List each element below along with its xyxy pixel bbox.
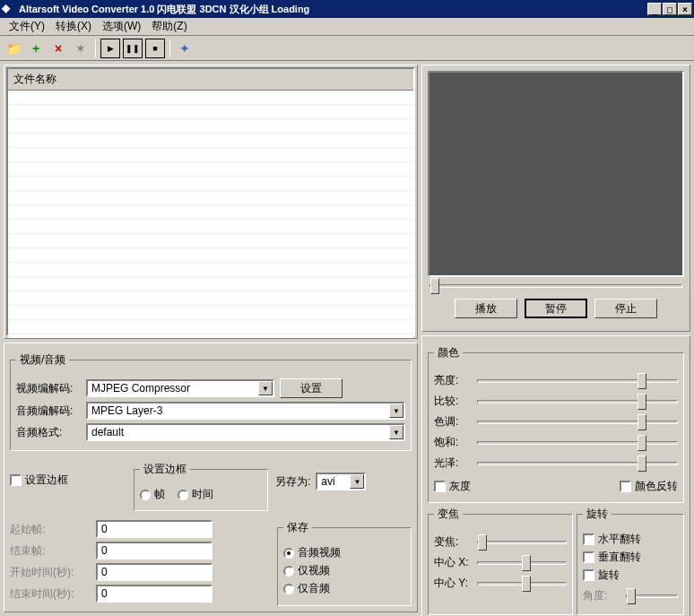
end-frame-input[interactable] — [96, 542, 213, 560]
minimize-button[interactable]: _ — [647, 3, 662, 15]
chevron-down-icon[interactable]: ▼ — [389, 425, 403, 439]
preview-pane — [428, 71, 684, 277]
toolbar: 📁 + × ✶ ▶ ❚❚ ■ ✦ — [0, 36, 694, 61]
zoom-label: 变焦: — [434, 534, 470, 550]
brightness-label: 亮度: — [434, 373, 470, 388]
audio-codec-combo[interactable]: MPEG Layer-3 ▼ — [86, 402, 405, 420]
set-border-checkbox[interactable] — [10, 474, 22, 486]
video-audio-group: 视频/音频 视频编解码: MJPEG Compressor ▼ 设置 音频编解码… — [10, 352, 412, 451]
add-icon[interactable]: + — [26, 39, 46, 58]
gloss-label: 光泽: — [434, 455, 470, 471]
invert-checkbox[interactable] — [620, 481, 631, 492]
color-legend: 颜色 — [434, 345, 463, 360]
flip-h-checkbox[interactable] — [583, 534, 594, 545]
angle-slider[interactable] — [626, 594, 678, 598]
centery-label: 中心 Y: — [434, 576, 470, 591]
maximize-button[interactable]: □ — [663, 3, 677, 15]
start-frame-label: 起始帧: — [10, 522, 91, 537]
frame-radio-label: 帧 — [154, 487, 165, 502]
brightness-slider[interactable] — [477, 379, 678, 383]
play-button[interactable]: 播放 — [455, 299, 517, 318]
time-radio-label: 时间 — [192, 487, 213, 502]
menu-options[interactable]: 选项(W) — [97, 17, 146, 36]
set-border-label: 设置边框 — [25, 473, 68, 488]
border-legend: 设置边框 — [140, 462, 190, 477]
centerx-label: 中心 X: — [434, 555, 470, 570]
end-time-input[interactable] — [96, 585, 213, 603]
video-codec-value: MJPEG Compressor — [91, 382, 190, 395]
stop-icon[interactable]: ■ — [145, 39, 165, 58]
save-video-label: 仅视频 — [298, 563, 330, 578]
file-list[interactable]: 文件名称 — [6, 67, 415, 336]
save-audio-label: 仅音频 — [298, 581, 330, 596]
open-file-icon[interactable]: 📁 — [4, 39, 23, 58]
border-group: 设置边框 帧 时间 — [134, 462, 268, 511]
stop-button[interactable]: 停止 — [594, 299, 657, 318]
hue-slider[interactable] — [477, 421, 678, 424]
video-codec-label: 视频编解码: — [16, 381, 81, 396]
start-time-input[interactable] — [96, 563, 213, 581]
chevron-down-icon[interactable]: ▼ — [258, 381, 273, 395]
color-group: 颜色 亮度: 比较: 色调: 饱和: 光泽: 灰度 颜色反转 — [428, 345, 684, 503]
hue-label: 色调: — [434, 414, 470, 429]
centery-slider[interactable] — [477, 582, 567, 586]
rotate-checkbox[interactable] — [583, 569, 594, 581]
app-icon: ◆ — [2, 2, 16, 16]
audio-format-combo[interactable]: default ▼ — [86, 423, 405, 441]
menu-help[interactable]: 帮助(Z) — [146, 17, 192, 36]
saveas-combo[interactable]: avi ▼ — [316, 473, 366, 490]
menu-file[interactable]: 文件(Y) — [4, 17, 50, 36]
settings-button[interactable]: 设置 — [280, 378, 343, 398]
zoom-group: 变焦 变焦: 中心 X: 中心 Y: — [428, 507, 573, 615]
saturation-label: 饱和: — [434, 435, 470, 450]
pause-button[interactable]: 暂停 — [525, 299, 587, 318]
start-time-label: 开始时间(秒): — [10, 565, 91, 580]
remove-icon[interactable]: × — [48, 39, 68, 58]
frame-radio[interactable] — [140, 490, 151, 500]
menubar: 文件(Y) 转换(X) 选项(W) 帮助(Z) — [0, 18, 694, 36]
centerx-slider[interactable] — [477, 561, 567, 565]
flip-h-label: 水平翻转 — [598, 532, 641, 547]
seek-slider[interactable] — [429, 284, 682, 288]
start-frame-input[interactable] — [96, 520, 213, 538]
gloss-slider[interactable] — [477, 462, 678, 465]
contrast-label: 比较: — [434, 394, 470, 409]
save-group: 保存 音频视频 仅视频 仅音频 — [277, 520, 412, 606]
audio-codec-label: 音频编解码: — [16, 403, 81, 419]
menu-convert[interactable]: 转换(X) — [50, 17, 97, 36]
end-time-label: 结束时间(秒): — [10, 586, 91, 602]
convert-icon[interactable]: ✦ — [175, 39, 195, 58]
chevron-down-icon[interactable]: ▼ — [350, 474, 364, 489]
rotate-legend: 旋转 — [583, 507, 612, 522]
flip-v-label: 垂直翻转 — [598, 550, 641, 565]
audio-codec-value: MPEG Layer-3 — [91, 404, 162, 417]
chevron-down-icon[interactable]: ▼ — [389, 403, 403, 418]
file-list-header[interactable]: 文件名称 — [8, 69, 413, 91]
invert-label: 颜色反转 — [635, 479, 678, 494]
grayscale-label: 灰度 — [449, 479, 471, 494]
window-title: Altarsoft Video Converter 1.0 闪电联盟 3DCN … — [19, 3, 647, 16]
video-audio-legend: 视频/音频 — [16, 352, 69, 368]
saturation-slider[interactable] — [477, 441, 678, 445]
saveas-label: 另存为: — [275, 474, 310, 490]
end-frame-label: 结束帧: — [10, 543, 91, 559]
flip-v-checkbox[interactable] — [583, 551, 594, 563]
pause-icon[interactable]: ❚❚ — [123, 39, 143, 58]
play-icon[interactable]: ▶ — [100, 39, 120, 58]
rotate-group: 旋转 水平翻转 垂直翻转 旋转 角度: — [577, 507, 684, 615]
zoom-legend: 变焦 — [434, 507, 463, 522]
time-radio[interactable] — [178, 490, 188, 500]
audio-format-value: default — [91, 426, 124, 438]
close-button[interactable]: × — [678, 3, 692, 15]
file-list-body[interactable] — [8, 91, 413, 338]
save-av-radio[interactable] — [283, 548, 294, 559]
clear-icon[interactable]: ✶ — [71, 39, 91, 58]
zoom-slider[interactable] — [477, 541, 567, 544]
grayscale-checkbox[interactable] — [434, 481, 446, 492]
save-legend: 保存 — [283, 520, 312, 535]
titlebar: ◆ Altarsoft Video Converter 1.0 闪电联盟 3DC… — [0, 0, 694, 18]
contrast-slider[interactable] — [477, 400, 678, 403]
save-audio-radio[interactable] — [283, 584, 294, 594]
video-codec-combo[interactable]: MJPEG Compressor ▼ — [86, 379, 274, 397]
save-video-radio[interactable] — [283, 566, 294, 577]
